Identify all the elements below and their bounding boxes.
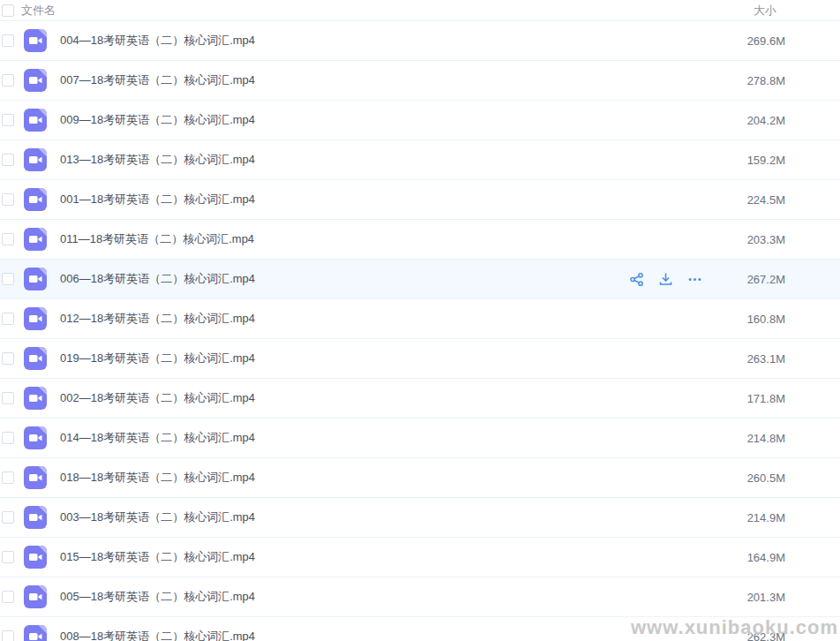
row-checkbox[interactable]	[2, 273, 14, 285]
file-name[interactable]: 018—18考研英语（二）核心词汇.mp4	[60, 470, 255, 486]
file-row[interactable]: 008—18考研英语（二）核心词汇.mp4	[0, 617, 840, 641]
file-size: 201.3M	[715, 591, 785, 604]
file-size: 171.8M	[715, 392, 785, 405]
video-file-icon	[24, 29, 47, 52]
file-name[interactable]: 008—18考研英语（二）核心词汇.mp4	[60, 629, 255, 641]
file-size: 159.2M	[715, 154, 785, 167]
video-file-icon	[24, 625, 47, 641]
file-size: 160.8M	[715, 313, 785, 326]
row-checkbox[interactable]	[2, 352, 14, 365]
video-camera-icon	[24, 307, 47, 330]
file-name[interactable]: 002—18考研英语（二）核心词汇.mp4	[60, 390, 255, 406]
file-size: 269.6M	[715, 34, 785, 48]
file-size: 224.5M	[715, 193, 785, 207]
file-name[interactable]: 004—18考研英语（二）核心词汇.mp4	[60, 33, 255, 49]
file-name[interactable]: 012—18考研英语（二）核心词汇.mp4	[60, 311, 255, 327]
file-row[interactable]: 006—18考研英语（二）核心词汇.mp4	[0, 260, 840, 299]
video-camera-icon	[24, 228, 47, 251]
video-camera-icon	[24, 347, 47, 370]
file-row[interactable]: 012—18考研英语（二）核心词汇.mp4	[0, 299, 840, 339]
file-row[interactable]: 019—18考研英语（二）核心词汇.mp4	[0, 339, 840, 379]
file-name[interactable]: 001—18考研英语（二）核心词汇.mp4	[60, 192, 255, 207]
file-row[interactable]: 002—18考研英语（二）核心词汇.mp4	[0, 379, 840, 419]
file-name[interactable]: 019—18考研英语（二）核心词汇.mp4	[60, 351, 255, 366]
video-file-icon	[24, 426, 47, 449]
share-icon[interactable]	[629, 272, 644, 287]
video-camera-icon	[24, 506, 47, 529]
video-file-icon	[24, 109, 47, 132]
file-size: 262.3M	[715, 630, 785, 641]
file-row[interactable]: 018—18考研英语（二）核心词汇.mp4	[0, 458, 840, 498]
row-actions	[629, 272, 702, 287]
video-camera-icon	[24, 69, 47, 92]
video-file-icon	[24, 307, 47, 330]
file-row[interactable]: 004—18考研英语（二）核心词汇.mp4	[0, 21, 840, 61]
row-checkbox[interactable]	[2, 630, 14, 641]
video-camera-icon	[24, 546, 47, 569]
file-size: 260.5M	[715, 471, 785, 485]
video-file-icon	[24, 466, 47, 489]
video-file-icon	[24, 268, 47, 290]
download-icon[interactable]	[658, 272, 673, 287]
file-row[interactable]: 011—18考研英语（二）核心词汇.mp4	[0, 220, 840, 260]
file-name[interactable]: 014—18考研英语（二）核心词汇.mp4	[60, 430, 255, 446]
file-size: 203.3M	[715, 233, 785, 246]
video-file-icon	[24, 546, 47, 569]
file-name[interactable]: 009—18考研英语（二）核心词汇.mp4	[60, 112, 255, 128]
row-checkbox[interactable]	[2, 471, 14, 484]
video-camera-icon	[24, 148, 47, 171]
row-checkbox[interactable]	[2, 591, 14, 603]
file-name[interactable]: 006—18考研英语（二）核心词汇.mp4	[60, 271, 255, 287]
file-row[interactable]: 014—18考研英语（二）核心词汇.mp4	[0, 419, 840, 458]
file-name[interactable]: 011—18考研英语（二）核心词汇.mp4	[60, 231, 254, 247]
video-camera-icon	[24, 466, 47, 489]
video-camera-icon	[24, 387, 47, 410]
row-checkbox[interactable]	[2, 313, 14, 325]
column-header-size: 大小	[754, 3, 776, 19]
video-camera-icon	[24, 268, 47, 290]
file-size: 204.2M	[715, 114, 785, 127]
video-camera-icon	[24, 188, 47, 211]
video-camera-icon	[24, 625, 47, 641]
video-file-icon	[24, 506, 47, 529]
file-row[interactable]: 003—18考研英语（二）核心词汇.mp4	[0, 498, 840, 538]
file-name[interactable]: 013—18考研英语（二）核心词汇.mp4	[60, 152, 255, 168]
row-checkbox[interactable]	[2, 551, 14, 563]
file-name[interactable]: 015—18考研英语（二）核心词汇.mp4	[60, 549, 255, 565]
video-file-icon	[24, 228, 47, 251]
row-checkbox[interactable]	[2, 74, 14, 87]
file-name[interactable]: 003—18考研英语（二）核心词汇.mp4	[60, 509, 255, 525]
row-checkbox[interactable]	[2, 511, 14, 524]
video-camera-icon	[24, 585, 47, 608]
video-file-icon	[24, 69, 47, 92]
select-all-checkbox[interactable]	[2, 4, 14, 17]
row-checkbox[interactable]	[2, 154, 14, 166]
video-file-icon	[24, 387, 47, 410]
file-size: 164.9M	[715, 551, 785, 564]
video-file-icon	[24, 148, 47, 171]
file-row[interactable]: 007—18考研英语（二）核心词汇.mp4	[0, 61, 840, 101]
file-row[interactable]: 013—18考研英语（二）核心词汇.mp4	[0, 140, 840, 180]
file-size: 214.8M	[715, 432, 785, 445]
file-row[interactable]: 005—18考研英语（二）核心词汇.mp4	[0, 577, 840, 617]
file-size: 214.9M	[715, 511, 785, 524]
file-list: 004—18考研英语（二）核心词汇.mp4	[0, 21, 840, 641]
video-file-icon	[24, 347, 47, 370]
file-row[interactable]: 015—18考研英语（二）核心词汇.mp4	[0, 538, 840, 577]
video-file-icon	[24, 585, 47, 608]
row-checkbox[interactable]	[2, 392, 14, 404]
row-checkbox[interactable]	[2, 233, 14, 245]
row-checkbox[interactable]	[2, 432, 14, 444]
row-checkbox[interactable]	[2, 114, 14, 126]
file-size: 278.8M	[715, 74, 785, 87]
row-checkbox[interactable]	[2, 34, 14, 47]
more-icon[interactable]	[687, 272, 702, 287]
row-checkbox[interactable]	[2, 193, 14, 206]
file-name[interactable]: 007—18考研英语（二）核心词汇.mp4	[60, 72, 255, 88]
video-camera-icon	[24, 29, 47, 52]
file-row[interactable]: 009—18考研英语（二）核心词汇.mp4	[0, 101, 840, 140]
video-camera-icon	[24, 426, 47, 449]
file-row[interactable]: 001—18考研英语（二）核心词汇.mp4	[0, 180, 840, 220]
video-camera-icon	[24, 109, 47, 132]
file-name[interactable]: 005—18考研英语（二）核心词汇.mp4	[60, 589, 255, 605]
